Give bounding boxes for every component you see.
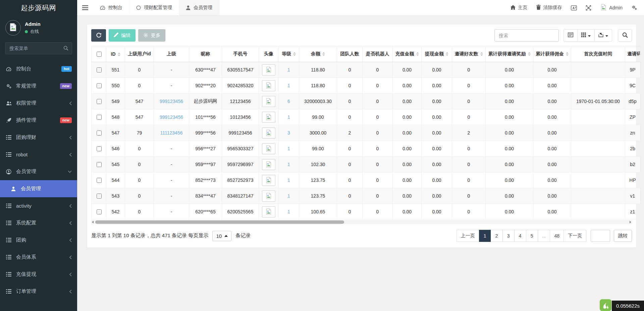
sidebar-item-groupbuy[interactable]: 团购 — [0, 231, 77, 249]
sidebar-search-input[interactable] — [5, 42, 72, 54]
sort-icon[interactable] — [566, 52, 569, 56]
row-checkbox[interactable] — [97, 162, 102, 167]
level-link[interactable]: 1 — [287, 193, 290, 199]
sidebar-item-member-management-sub[interactable]: 会员管理 — [0, 180, 77, 197]
page-button[interactable]: 上一页 — [457, 230, 479, 242]
page-jump-button[interactable]: 跳转 — [614, 230, 632, 242]
sort-icon[interactable] — [416, 52, 419, 56]
table-search-input[interactable] — [494, 29, 559, 42]
row-checkbox[interactable] — [97, 131, 102, 136]
sort-icon[interactable] — [446, 52, 448, 56]
horizontal-scrollbar[interactable] — [91, 220, 632, 224]
sidebar-item-member-management[interactable]: 会员管理 — [0, 163, 77, 180]
sidebar-item-groupbuy-finance[interactable]: 团购理财 — [0, 129, 77, 146]
page-current[interactable]: 1 — [479, 230, 491, 242]
row-checkbox[interactable] — [97, 115, 102, 120]
row-checkbox[interactable] — [97, 178, 102, 183]
hamburger-icon[interactable] — [77, 0, 93, 15]
sort-icon[interactable] — [480, 52, 483, 56]
row-checkbox[interactable] — [97, 209, 102, 214]
admin-user-menu[interactable]: Admin — [600, 4, 623, 12]
level-link[interactable]: 1 — [287, 162, 290, 167]
row-checkbox[interactable] — [97, 83, 102, 88]
row-checkbox[interactable] — [97, 194, 102, 199]
sort-icon[interactable] — [322, 52, 325, 56]
column-id[interactable]: ID — [106, 46, 125, 62]
level-link[interactable]: 1 — [287, 67, 290, 72]
avatar-image[interactable] — [262, 127, 275, 139]
clear-cache-link[interactable]: 清除缓存 — [536, 5, 562, 11]
level-link[interactable]: 3 — [287, 130, 290, 136]
edit-button[interactable]: 编辑 — [109, 29, 136, 42]
level-link[interactable]: 1 — [287, 209, 290, 214]
scroll-right-arrow-icon[interactable] — [630, 221, 631, 223]
avatar-image[interactable] — [262, 80, 275, 91]
column-recharge[interactable]: 充值金额 — [393, 46, 422, 62]
tab-finance-config[interactable]: 理财配置管理 — [129, 0, 179, 15]
column-commission[interactable]: 累计获得佣金 — [533, 46, 571, 62]
sort-icon[interactable] — [293, 52, 296, 56]
row-checkbox[interactable] — [97, 67, 102, 72]
page-button[interactable]: 下一页 — [564, 230, 586, 242]
level-link[interactable]: 6 — [287, 99, 290, 104]
page-button[interactable]: 48 — [550, 230, 564, 242]
column-invites[interactable]: 邀请好友数 — [452, 46, 486, 62]
level-link[interactable]: 1 — [287, 114, 290, 120]
columns-button[interactable] — [577, 29, 595, 42]
parent-link[interactable]: 999123456 — [160, 114, 183, 120]
tab-member-management[interactable]: 会员管理 — [179, 0, 219, 15]
page-button[interactable]: 5 — [526, 230, 538, 242]
column-invite_reward[interactable]: 累计获得邀请奖励 — [486, 46, 533, 62]
level-link[interactable]: 1 — [287, 146, 290, 151]
sidebar-item-addon[interactable]: 插件管理new — [0, 112, 77, 129]
more-button[interactable]: 更多 — [138, 29, 165, 42]
page-button[interactable]: 2 — [491, 230, 503, 242]
sidebar-item-robot[interactable]: robot — [0, 146, 77, 163]
sort-icon[interactable] — [118, 52, 120, 56]
settings-gear-icon[interactable] — [632, 5, 637, 10]
scroll-left-arrow-icon[interactable] — [92, 221, 94, 223]
language-icon[interactable] — [571, 5, 577, 10]
avatar-image[interactable] — [262, 159, 275, 170]
avatar-image[interactable] — [262, 206, 275, 217]
sidebar-item-general[interactable]: 常规管理new — [0, 77, 77, 95]
refresh-button[interactable] — [91, 29, 106, 42]
avatar-image[interactable] — [262, 175, 275, 186]
sidebar-item-activity[interactable]: activity — [0, 197, 77, 214]
page-button[interactable]: 3 — [502, 230, 515, 242]
avatar-image[interactable] — [262, 96, 275, 107]
fullscreen-icon[interactable] — [586, 5, 591, 10]
tab-console[interactable]: 控制台 — [93, 0, 129, 15]
scrollbar-thumb[interactable] — [95, 220, 344, 224]
avatar-image[interactable] — [262, 112, 275, 123]
avatar-image[interactable] — [262, 64, 275, 75]
parent-link[interactable]: 111123456 — [160, 130, 183, 136]
search-icon[interactable] — [63, 46, 68, 52]
sidebar-item-console[interactable]: 控制台hot — [0, 60, 77, 77]
parent-link[interactable]: 999123456 — [160, 99, 183, 104]
home-link[interactable]: 主页 — [511, 5, 527, 11]
per-page-select[interactable]: 10 — [212, 231, 231, 241]
avatar-image[interactable] — [262, 143, 275, 154]
sidebar-item-auth[interactable]: 权限管理 — [0, 95, 77, 112]
column-balance[interactable]: 余额 — [299, 46, 337, 62]
search-button[interactable] — [618, 29, 632, 42]
sidebar-item-member-system[interactable]: 会员体系 — [0, 249, 77, 266]
select-all-checkbox[interactable] — [97, 52, 102, 57]
app-logo[interactable]: 起步源码网 — [0, 0, 77, 16]
sidebar-item-recharge-withdraw[interactable]: 充值提现 — [0, 266, 77, 283]
sort-icon[interactable] — [528, 52, 531, 56]
sidebar-item-system-config[interactable]: 系统配置 — [0, 214, 77, 231]
level-link[interactable]: 1 — [287, 177, 290, 183]
page-button[interactable]: 4 — [514, 230, 526, 242]
page-jump-input[interactable] — [591, 230, 610, 242]
column-level[interactable]: 等级 — [279, 46, 299, 62]
avatar-image[interactable] — [262, 191, 275, 202]
row-checkbox[interactable] — [97, 99, 102, 104]
detail-view-button[interactable] — [564, 29, 578, 42]
row-checkbox[interactable] — [97, 146, 102, 151]
export-button[interactable] — [594, 29, 612, 42]
column-withdraw[interactable]: 提现金额 — [422, 46, 452, 62]
sidebar-item-order-management[interactable]: 订单管理 — [0, 283, 77, 300]
level-link[interactable]: 1 — [287, 83, 290, 88]
